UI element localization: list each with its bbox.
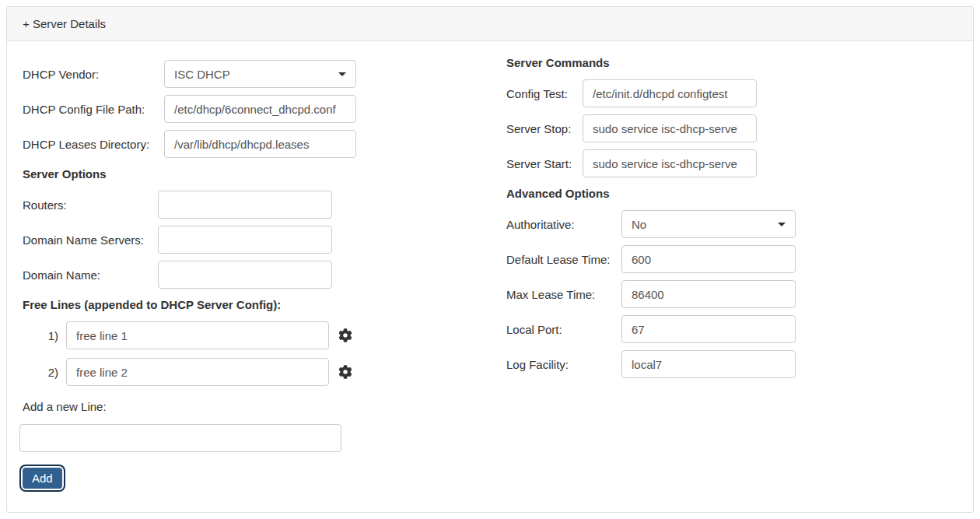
advanced-options-heading: Advanced Options [506,187,957,200]
max-lease-time-label: Max Lease Time: [506,288,621,301]
dhcp-config-path-label: DHCP Config File Path: [23,103,164,116]
panel-title: + Server Details [23,17,106,30]
gear-icon[interactable] [338,365,352,379]
server-start-label: Server Start: [506,157,583,170]
authoritative-selected-value: No [632,218,646,231]
add-new-line-label: Add a new Line: [23,400,506,413]
server-details-panel: + Server Details DHCP Vendor: ISC DHCP D… [6,6,974,513]
max-lease-time-input[interactable] [621,280,796,308]
config-test-input[interactable] [583,79,757,107]
routers-input[interactable] [158,191,332,219]
form-row-max-lease: Max Lease Time: [506,280,957,308]
server-start-input[interactable] [583,149,757,177]
free-line-2-number: 2) [43,366,58,379]
domain-name-label: Domain Name: [23,268,158,282]
local-port-label: Local Port: [506,323,621,336]
default-lease-time-input[interactable] [621,245,796,273]
form-row-dhcp-vendor: DHCP Vendor: ISC DHCP [23,60,506,88]
form-row-dns: Domain Name Servers: [23,226,506,254]
form-row-domain-name: Domain Name: [23,261,506,289]
default-lease-time-label: Default Lease Time: [506,253,621,266]
server-options-heading: Server Options [23,167,506,181]
form-row-local-port: Local Port: [506,315,957,343]
form-row-default-lease: Default Lease Time: [506,245,957,273]
dhcp-vendor-label: DHCP Vendor: [23,68,164,81]
dhcp-vendor-selected-value: ISC DHCP [174,68,230,81]
domain-name-servers-input[interactable] [158,226,332,254]
form-row-server-stop: Server Stop: [506,114,957,142]
config-test-label: Config Test: [506,87,583,100]
server-commands-heading: Server Commands [506,56,957,69]
log-facility-input[interactable] [621,350,796,378]
server-stop-input[interactable] [583,114,757,142]
add-button[interactable]: Add [23,468,62,489]
free-line-row-1: 1) [23,321,506,349]
right-column: Server Commands Config Test: Server Stop… [506,56,957,489]
add-new-line-input[interactable] [19,424,341,452]
dhcp-leases-dir-label: DHCP Leases Directory: [23,138,164,151]
authoritative-select[interactable]: No [621,210,796,238]
free-line-1-input[interactable] [66,321,329,349]
form-row-leases-dir: DHCP Leases Directory: [23,130,506,158]
domain-name-input[interactable] [158,261,332,289]
free-lines-heading: Free Lines (appended to DHCP Server Conf… [23,298,506,311]
routers-label: Routers: [23,198,158,212]
form-row-config-path: DHCP Config File Path: [23,95,506,123]
caret-down-icon [778,223,786,226]
dhcp-leases-dir-input[interactable] [164,130,356,158]
form-row-routers: Routers: [23,191,506,219]
domain-name-servers-label: Domain Name Servers: [23,233,158,247]
local-port-input[interactable] [621,315,796,343]
caret-down-icon [338,72,346,76]
form-row-config-test: Config Test: [506,79,957,107]
authoritative-label: Authoritative: [506,218,621,231]
panel-body: DHCP Vendor: ISC DHCP DHCP Config File P… [7,41,973,489]
server-details-header[interactable]: + Server Details [7,7,973,41]
log-facility-label: Log Facility: [506,358,621,371]
server-stop-label: Server Stop: [506,122,583,135]
dhcp-vendor-select[interactable]: ISC DHCP [164,60,356,88]
form-row-authoritative: Authoritative: No [506,210,957,238]
form-row-log-facility: Log Facility: [506,350,957,378]
form-row-server-start: Server Start: [506,149,957,177]
free-line-1-number: 1) [43,329,58,342]
free-line-2-input[interactable] [66,358,329,386]
gear-icon[interactable] [338,328,352,342]
dhcp-config-path-input[interactable] [164,95,356,123]
left-column: DHCP Vendor: ISC DHCP DHCP Config File P… [23,60,506,489]
free-line-row-2: 2) [23,358,506,386]
